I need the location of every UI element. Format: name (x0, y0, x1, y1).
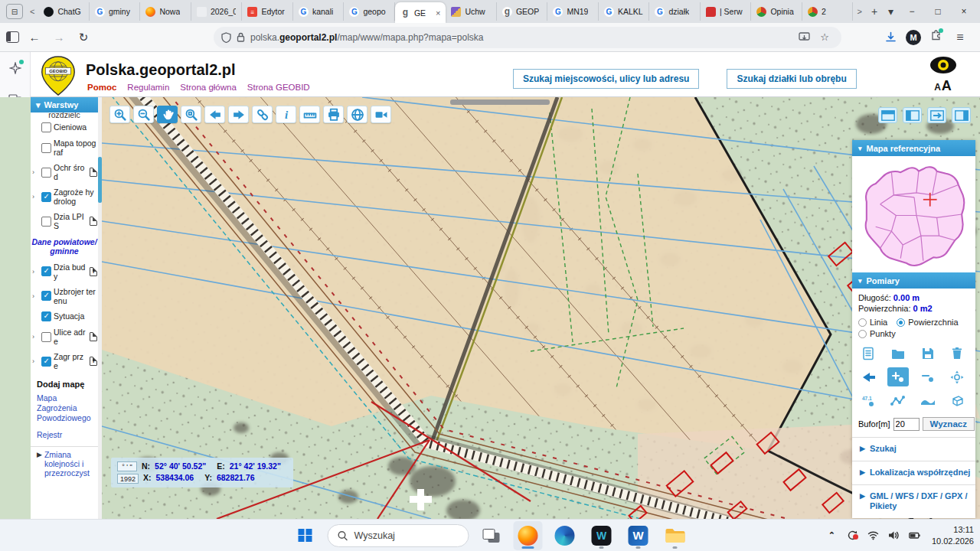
geobid-logo[interactable]: GEOBID (38, 55, 78, 96)
new-tab-button[interactable]: + (866, 5, 883, 18)
expander-icon[interactable]: › (32, 357, 39, 365)
browser-tab[interactable]: geopo (344, 2, 395, 21)
layer-checkbox[interactable] (41, 332, 51, 342)
previous-point-button[interactable] (858, 367, 880, 386)
tab-list-icon[interactable]: ⊟ (6, 4, 23, 19)
tray-chevron-icon[interactable]: ⌃ (825, 530, 838, 541)
save-button[interactable] (917, 344, 939, 363)
taskbar-clock[interactable]: 13:11 10.02.2026 (929, 524, 974, 547)
pomiary-header[interactable]: ▾Pomiary (852, 272, 975, 289)
shield-icon[interactable] (221, 32, 231, 43)
map-drag-handle[interactable] (450, 99, 550, 105)
browser-tab[interactable]: Edytor (242, 2, 293, 21)
camera-view-button[interactable] (371, 106, 391, 123)
measure-ruler-button[interactable] (299, 106, 320, 123)
radio-linia[interactable] (858, 318, 867, 327)
layer-item[interactable]: ›Zagroże hydrolog (31, 184, 98, 209)
delete-trash-button[interactable] (946, 344, 968, 363)
scrollbar-thumb[interactable] (98, 157, 102, 203)
panel-link-gml[interactable]: ▶GML / WFS / DXF / GPX / Pikiety (852, 484, 975, 519)
move-point-button[interactable] (946, 367, 968, 386)
layer-checkbox[interactable] (41, 311, 51, 321)
menu-icon[interactable]: ≡ (951, 31, 969, 44)
back-button[interactable]: ← (25, 31, 44, 44)
crs-button[interactable]: 1992 (117, 474, 139, 484)
panel-link-lokalizacja[interactable]: ▶Lokalizacja współrzędnej (852, 461, 975, 484)
close-button[interactable]: × (951, 0, 977, 23)
add-point-button[interactable] (887, 367, 909, 386)
terrain-profile-button[interactable] (917, 391, 939, 410)
layer-item[interactable]: ›Sytuacja (31, 308, 98, 324)
toggle-right-panel-button[interactable] (952, 107, 971, 123)
view-forward-button[interactable] (228, 106, 249, 123)
profile-avatar[interactable]: M (906, 30, 921, 45)
layer-checkbox[interactable] (41, 122, 51, 132)
layer-item-clipped[interactable]: rozdzielc (31, 112, 98, 119)
ai-sparkle-icon[interactable] (8, 61, 22, 75)
task-view-button[interactable] (477, 521, 506, 550)
dms-format-button[interactable]: ° ' " (117, 461, 137, 471)
layer-item[interactable]: ›Zagr prze (31, 349, 98, 373)
remove-point-button[interactable] (917, 367, 939, 386)
tab-scroll-left-icon[interactable]: < (26, 7, 38, 16)
legend-doc-icon[interactable] (90, 217, 97, 226)
reference-map[interactable] (852, 156, 975, 272)
map-canvas[interactable]: i ° ' " N: 52° 40' 50.52" E: 21° 42' 19.… (102, 97, 980, 519)
legend-doc-icon[interactable] (90, 357, 97, 366)
link-button[interactable] (252, 106, 273, 123)
url-bar[interactable]: polska.geoportal2.pl/map/www/mapa.php?ma… (214, 27, 841, 48)
browser-tab[interactable]: kanali (293, 2, 345, 21)
downloads-icon[interactable] (885, 31, 897, 43)
restore-button[interactable]: □ (925, 0, 951, 23)
layer-item[interactable]: ›Cieniowa (31, 119, 98, 135)
browser-tab[interactable]: | Serw (701, 2, 752, 21)
layer-checkbox[interactable] (41, 291, 51, 301)
search-parcel-button[interactable]: Szukaj działki lub obrębu (727, 69, 856, 89)
nav-strona-glowna[interactable]: Strona główna (180, 83, 237, 92)
extension-icon[interactable] (930, 30, 942, 44)
browser-tab[interactable]: Opinia (751, 2, 802, 21)
panel-link-szukaj[interactable]: ▶Szukaj (852, 437, 975, 461)
font-size-toggle[interactable]: AA (928, 78, 959, 94)
open-folder-button[interactable] (887, 344, 909, 363)
search-address-button[interactable]: Szukaj miejscowości, ulicy lub adresu (513, 69, 699, 89)
taskbar-search[interactable]: Wyszukaj (328, 524, 469, 547)
layer-checkbox[interactable] (41, 143, 51, 153)
browser-tab[interactable]: GEOP (497, 2, 548, 21)
browser-tab[interactable]: 2026_01_2 (191, 2, 243, 21)
polyline-points-button[interactable] (887, 391, 909, 410)
layer-item[interactable]: ›Ochr środ (31, 160, 98, 184)
layer-item[interactable]: ›Dzia budy (31, 259, 98, 284)
radio-powierzchnia[interactable] (897, 318, 905, 327)
buffer-input[interactable] (893, 418, 920, 431)
layer-checkbox[interactable] (41, 357, 51, 367)
tab-dropdown-icon[interactable]: ▾ (883, 5, 899, 18)
buffer-apply-button[interactable]: Wyznacz (923, 417, 975, 431)
show-coordinates-button[interactable]: 47.1 (858, 391, 880, 410)
taskbar-firefox[interactable] (514, 521, 543, 550)
browser-tab-active[interactable]: GE× (395, 2, 446, 23)
nav-pomoc[interactable]: Pomoc (87, 83, 116, 92)
taskbar-edge[interactable] (550, 521, 580, 550)
wifi-icon[interactable] (867, 530, 880, 541)
sync-recording-icon[interactable] (846, 530, 859, 541)
layer-checkbox[interactable] (41, 266, 51, 276)
browser-tab[interactable]: gminy (90, 2, 141, 21)
sidebar-toggle-icon[interactable] (6, 31, 19, 43)
expand-map-button[interactable] (927, 107, 946, 123)
zoom-window-button[interactable] (181, 106, 201, 123)
layer-item[interactable]: ›Dzia LPIS (31, 209, 98, 233)
radio-punkty[interactable] (858, 330, 867, 338)
tab-close-icon[interactable]: × (436, 8, 440, 18)
bookmark-star-icon[interactable]: ☆ (815, 31, 834, 43)
rejestr-link[interactable]: Rejestr (31, 425, 98, 442)
layers-header[interactable]: ▾Warstwy (31, 97, 98, 112)
start-button[interactable] (291, 521, 320, 550)
nav-regulamin[interactable]: Regulamin (127, 83, 169, 92)
layer-item[interactable]: ›Ulice adre (31, 324, 98, 349)
expander-icon[interactable]: › (32, 268, 39, 276)
layer-checkbox[interactable] (41, 168, 51, 178)
expander-icon[interactable]: › (32, 193, 39, 201)
toggle-left-panel-button[interactable] (903, 107, 922, 123)
pan-hand-button[interactable] (157, 106, 178, 123)
